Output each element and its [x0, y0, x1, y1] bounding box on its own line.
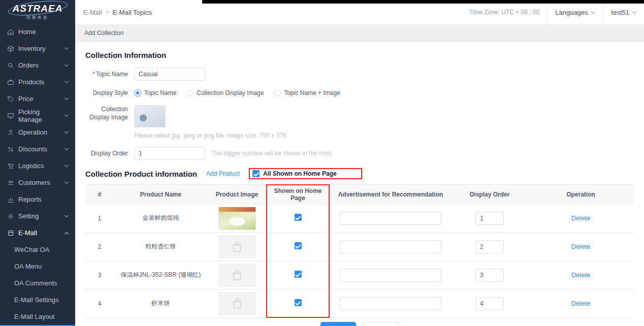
sidebar: ASTRAEA 阿斯米亚 HomeInventoryOrdersProducts… — [0, 0, 75, 326]
languages-menu[interactable]: Languages — [546, 0, 602, 24]
collection-display-image-label: Collection Display Image — [85, 105, 128, 121]
collection-display-image-thumbnail[interactable] — [134, 105, 166, 127]
customers-icon — [7, 179, 14, 186]
display-style-radio-collection-display-image[interactable]: Collection Display Image — [186, 89, 264, 96]
display-style-radio-topic-name-image[interactable]: Topic Name + Image — [274, 89, 340, 96]
shown-on-home-page-checkbox[interactable] — [295, 242, 302, 249]
shown-on-home-page-checkbox[interactable] — [295, 214, 302, 221]
advertisement-input[interactable] — [340, 212, 441, 225]
display-order-input[interactable] — [475, 240, 504, 253]
username-label: test51 — [611, 9, 629, 16]
sidebar-subitem-label: E-Mall Layout — [14, 313, 54, 320]
chevron-down-icon — [65, 180, 69, 184]
display-order-hint: The bigger number will be shown in the f… — [211, 150, 333, 157]
sidebar-item-setting[interactable]: Setting — [0, 208, 75, 224]
inventory-icon — [7, 45, 14, 52]
chevron-up-icon — [65, 232, 69, 236]
shown-on-home-page-checkbox[interactable] — [295, 271, 302, 278]
chevron-down-icon — [65, 62, 69, 67]
sidebar-item-label: Setting — [18, 212, 39, 220]
discounts-icon — [7, 146, 14, 153]
display-order-input[interactable] — [475, 269, 504, 282]
submit-button[interactable]: Submit — [320, 322, 356, 326]
window-black-strip — [202, 0, 644, 4]
column-header-: # — [85, 185, 114, 204]
product-name: 金装鲜肉馄饨 — [143, 214, 179, 221]
add-product-link[interactable]: Add Product — [206, 170, 240, 177]
languages-label: Languages — [555, 9, 588, 16]
column-header-product-name: Product Name — [114, 185, 208, 204]
cancel-button[interactable]: Cancel — [363, 322, 398, 326]
topic-name-label: *Topic Name — [85, 70, 128, 78]
product-image-placeholder — [218, 235, 256, 258]
sidebar-item-label: Inventory — [18, 45, 45, 52]
sidebar-item-label: Products — [18, 78, 44, 86]
sidebar-subitem-wechat-oa[interactable]: WeChat OA — [0, 241, 75, 258]
sidebar-item-label: Price — [18, 95, 34, 103]
product-row: 1金装鲜肉馄饨Delete — [85, 204, 634, 233]
chevron-down-icon — [65, 163, 69, 167]
topic-name-input[interactable] — [134, 68, 205, 81]
sidebar-item-label: Reports — [18, 195, 42, 203]
sidebar-item-products[interactable]: Products — [0, 74, 75, 90]
row-index: 3 — [98, 272, 102, 279]
breadcrumb-emall[interactable]: E-Mall — [83, 9, 102, 16]
all-shown-checkbox[interactable] — [252, 170, 260, 177]
sidebar-subitem-label: E-Mall Settings — [14, 296, 58, 304]
sidebar-item-home[interactable]: Home — [0, 23, 75, 40]
sidebar-subitem-e-mall-layout[interactable]: E-Mall Layout — [0, 308, 75, 325]
app-logo[interactable]: ASTRAEA 阿斯米亚 — [0, 0, 75, 23]
collection-image-row: Collection Display Image — [85, 105, 634, 127]
shown-on-home-page-checkbox[interactable] — [295, 299, 302, 306]
sidebar-item-operation[interactable]: Operation — [0, 124, 75, 141]
display-order-field[interactable] — [134, 147, 205, 160]
product-image — [218, 207, 256, 230]
advertisement-input[interactable] — [340, 269, 441, 282]
sidebar-item-e-mall[interactable]: E-Mall — [0, 224, 75, 241]
required-asterisk: * — [92, 71, 95, 78]
delete-link[interactable]: Delete — [571, 243, 591, 250]
sidebar-nav: HomeInventoryOrdersProductsPricePicking … — [0, 23, 75, 326]
display-style-radio-group: Topic NameCollection Display ImageTopic … — [134, 89, 350, 96]
reports-icon — [7, 196, 14, 203]
chevron-down-icon — [65, 146, 69, 150]
sidebar-item-price[interactable]: Price — [0, 90, 75, 107]
row-index: 1 — [98, 215, 102, 222]
sidebar-item-picking-manage[interactable]: Picking Manage — [0, 107, 75, 124]
sidebar-item-reports[interactable]: Reports — [0, 191, 75, 208]
product-image-placeholder — [218, 264, 256, 287]
sidebar-subitem-e-mall-settings[interactable]: E-Mall Settings — [0, 291, 75, 308]
sidebar-item-label: Logistics — [18, 162, 44, 170]
bag-icon — [231, 269, 244, 282]
column-header-display-order: Display Order — [452, 185, 528, 204]
logo-wordmark: ASTRAEA — [13, 3, 63, 14]
sidebar-subitem-oa-menu[interactable]: OA Menu — [0, 258, 75, 275]
display-style-label: Display Style — [85, 89, 128, 97]
sidebar-subitem-label: OA Comments — [14, 279, 57, 287]
bag-icon — [231, 297, 244, 310]
delete-link[interactable]: Delete — [571, 300, 591, 307]
sidebar-item-inventory[interactable]: Inventory — [0, 40, 75, 57]
sidebar-item-customers[interactable]: Customers — [0, 174, 75, 191]
delete-link[interactable]: Delete — [571, 271, 591, 279]
radio-selected-icon — [134, 89, 141, 96]
chevron-down-icon — [632, 9, 636, 13]
sidebar-item-discounts[interactable]: Discounts — [0, 141, 75, 157]
image-hint: Please select jpg, jpeg or png file, ima… — [134, 132, 286, 139]
display-style-radio-topic-name[interactable]: Topic Name — [134, 89, 176, 96]
advertisement-input[interactable] — [340, 297, 441, 310]
delete-link[interactable]: Delete — [571, 214, 591, 222]
chevron-down-icon — [65, 129, 69, 134]
sidebar-item-logistics[interactable]: Logistics — [0, 157, 75, 174]
operation-icon — [7, 129, 14, 136]
display-order-input[interactable] — [475, 297, 504, 310]
user-menu[interactable]: test51 — [603, 0, 644, 24]
display-order-label: Display Order — [85, 149, 128, 157]
sidebar-item-orders[interactable]: Orders — [0, 57, 75, 74]
tab-add-collection[interactable]: Add Collection — [84, 29, 123, 37]
display-order-input[interactable] — [475, 212, 504, 225]
topic-name-label-text: Topic Name — [96, 71, 128, 78]
app-root: ASTRAEA 阿斯米亚 HomeInventoryOrdersProducts… — [0, 0, 644, 326]
sidebar-subitem-oa-comments[interactable]: OA Comments — [0, 275, 75, 291]
advertisement-input[interactable] — [340, 240, 441, 253]
